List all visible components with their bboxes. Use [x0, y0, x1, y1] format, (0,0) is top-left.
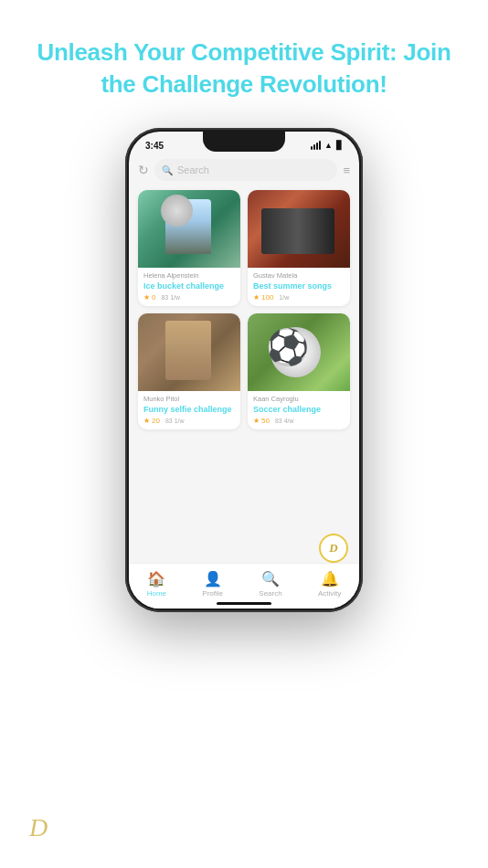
notch	[203, 132, 285, 152]
home-indicator	[217, 602, 271, 605]
challenge-card-ice[interactable]: Helena Alpenstein Ice bucket challenge ★…	[138, 190, 240, 306]
nav-item-profile[interactable]: 👤 Profile	[202, 570, 223, 598]
card-participants-4: 83 4/w	[275, 418, 294, 424]
battery-icon: ▊	[336, 141, 343, 150]
card-image-dj	[248, 190, 350, 268]
card-info-2: Gustav Matela Best summer songs ★ 100 1/…	[248, 268, 350, 306]
bottom-logo: D	[29, 813, 48, 842]
phone-inner: 3:45 ▲ ▊ ↻ 🔍 Search	[129, 132, 359, 609]
fab-button[interactable]: D	[319, 534, 348, 563]
challenge-card-soccer[interactable]: Kaan Cayroglu Soccer challenge ★ 50 83 4…	[248, 313, 350, 429]
nav-label-activity: Activity	[318, 589, 341, 598]
challenge-card-monalisa[interactable]: Munko Pitol Funny selfie challenge ★ 20 …	[138, 313, 240, 429]
card-meta-1: ★ 0 83 1/w	[143, 293, 235, 302]
nav-item-activity[interactable]: 🔔 Activity	[318, 570, 341, 598]
wifi-icon: ▲	[324, 141, 333, 150]
nav-label-profile: Profile	[202, 589, 223, 598]
phone-wrapper: 3:45 ▲ ▊ ↻ 🔍 Search	[125, 128, 363, 612]
filter-icon[interactable]: ≡	[343, 164, 350, 177]
signal-icon	[311, 141, 321, 150]
search-nav-icon: 🔍	[261, 570, 280, 587]
card-stars-4: ★ 50	[253, 417, 270, 425]
card-image-soccer	[248, 313, 350, 391]
card-meta-3: ★ 20 83 1/w	[143, 417, 235, 425]
search-placeholder: Search	[177, 164, 209, 175]
status-time: 3:45	[145, 141, 164, 151]
card-title-2: Best summer songs	[253, 281, 345, 291]
card-author-3: Munko Pitol	[143, 395, 235, 403]
nav-item-home[interactable]: 🏠 Home	[147, 570, 166, 598]
nav-label-search: Search	[259, 589, 281, 598]
search-icon: 🔍	[162, 165, 173, 175]
card-meta-4: ★ 50 83 4/w	[253, 417, 345, 425]
card-title-3: Funny selfie challenge	[143, 405, 235, 414]
challenge-grid: Helena Alpenstein Ice bucket challenge ★…	[129, 186, 359, 433]
card-participants-3: 83 1/w	[165, 418, 185, 424]
card-stars-1: ★ 0	[143, 293, 155, 302]
challenge-card-dj[interactable]: Gustav Matela Best summer songs ★ 100 1/…	[248, 190, 350, 306]
card-image-monalisa	[138, 313, 240, 391]
card-author-4: Kaan Cayroglu	[253, 395, 345, 403]
card-title-4: Soccer challenge	[253, 405, 345, 414]
card-participants-1: 83 1/w	[161, 294, 180, 301]
card-stars-3: ★ 20	[143, 417, 160, 425]
activity-icon: 🔔	[321, 570, 339, 587]
nav-label-home: Home	[147, 589, 166, 598]
card-title-1: Ice bucket challenge	[143, 281, 235, 291]
phone-outer: 3:45 ▲ ▊ ↻ 🔍 Search	[125, 128, 363, 612]
card-author-2: Gustav Matela	[253, 271, 345, 280]
card-info-3: Munko Pitol Funny selfie challenge ★ 20 …	[138, 391, 240, 429]
headline: Unleash Your Competitive Spirit: Join th…	[0, 0, 488, 119]
card-author-1: Helena Alpenstein	[143, 271, 235, 280]
card-meta-2: ★ 100 1/w	[253, 293, 345, 302]
card-image-ice	[138, 190, 240, 268]
card-participants-2: 1/w	[279, 294, 289, 301]
refresh-icon: ↻	[138, 163, 149, 177]
home-icon: 🏠	[147, 570, 165, 587]
card-stars-2: ★ 100	[253, 293, 273, 302]
card-info-4: Kaan Cayroglu Soccer challenge ★ 50 83 4…	[248, 391, 350, 429]
search-row: ↻ 🔍 Search ≡	[129, 155, 359, 186]
nav-item-search[interactable]: 🔍 Search	[259, 570, 281, 598]
profile-icon: 👤	[204, 570, 222, 587]
search-bar[interactable]: 🔍 Search	[154, 159, 337, 181]
card-info-1: Helena Alpenstein Ice bucket challenge ★…	[138, 268, 240, 306]
status-icons: ▲ ▊	[311, 141, 343, 150]
